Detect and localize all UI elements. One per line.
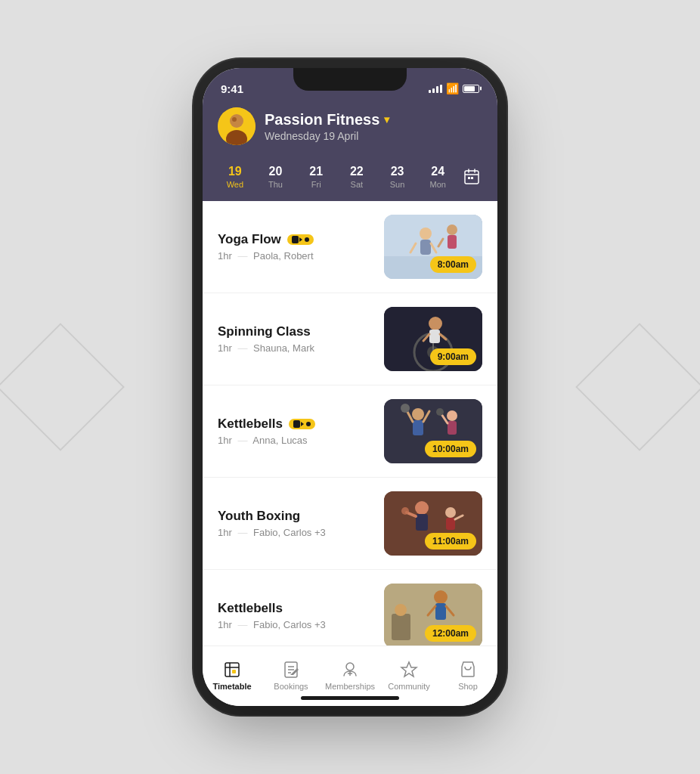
day-23[interactable]: 23 Sun (377, 165, 418, 189)
wifi-icon: 📶 (446, 82, 459, 94)
class-info-spinning: Spinning Class 1hr — Shauna, Mark (218, 324, 372, 354)
header-text: Passion Fitness ▾ Wednesday 19 April (265, 111, 482, 142)
time-badge-spinning: 9:00am (430, 348, 476, 365)
day-number-21: 21 (309, 165, 323, 178)
day-21[interactable]: 21 Fri (296, 165, 336, 189)
class-name-kettlebells-2: Kettlebells (218, 601, 372, 616)
svg-point-1 (230, 114, 243, 128)
home-indicator (301, 696, 399, 700)
svg-rect-44 (416, 514, 428, 531)
class-name-yoga: Yoga Flow (218, 232, 372, 247)
svg-rect-15 (420, 240, 431, 255)
battery-icon (463, 85, 479, 93)
class-item-spinning[interactable]: Spinning Class 1hr — Shauna, Mark (203, 293, 497, 385)
svg-rect-57 (225, 663, 239, 676)
svg-point-36 (401, 404, 410, 413)
video-badge-kettlebells (289, 419, 315, 429)
nav-item-bookings[interactable]: Bookings (262, 655, 321, 691)
nav-item-timetable[interactable]: Timetable (203, 655, 262, 691)
svg-point-3 (232, 117, 237, 122)
calendar-icon (463, 168, 481, 186)
svg-point-38 (447, 410, 457, 421)
class-thumb-yoga: 8:00am (384, 215, 482, 279)
svg-point-14 (420, 228, 432, 240)
day-label-thu: Thu (268, 180, 283, 189)
diamond-decoration-left (0, 323, 125, 451)
gym-name[interactable]: Passion Fitness ▾ (265, 111, 482, 128)
nav-label-shop: Shop (458, 682, 478, 691)
nav-label-timetable: Timetable (212, 682, 251, 691)
phone-shell: 9:41 📶 (203, 68, 497, 706)
svg-rect-39 (448, 421, 457, 435)
video-badge-yoga (287, 234, 314, 245)
nav-item-shop[interactable]: Shop (438, 655, 497, 691)
chevron-down-icon: ▾ (384, 113, 389, 125)
video-icon (292, 236, 302, 243)
svg-rect-30 (293, 420, 300, 428)
day-number-20: 20 (269, 165, 283, 178)
class-name-spinning: Spinning Class (218, 324, 372, 339)
class-thumb-kettlebells: 10:00am (384, 399, 482, 463)
day-number-19: 19 (228, 165, 242, 178)
svg-point-43 (415, 501, 429, 515)
class-info-youth-boxing: Youth Boxing 1hr — Fabio, Carlos +3 (218, 509, 372, 538)
class-thumb-spinning: 9:00am (384, 307, 482, 371)
class-item-yoga-flow[interactable]: Yoga Flow 1hr — Paola, Robert (203, 201, 497, 293)
svg-rect-8 (468, 177, 470, 179)
class-name-kettlebells: Kettlebells (218, 416, 372, 432)
time-badge-youth-boxing: 11:00am (425, 533, 476, 550)
day-label-fri: Fri (311, 180, 321, 189)
class-details-spinning: 1hr — Shauna, Mark (218, 342, 372, 354)
svg-point-52 (395, 604, 407, 616)
svg-rect-48 (446, 518, 455, 530)
classes-list: Yoga Flow 1hr — Paola, Robert (203, 201, 497, 646)
svg-marker-68 (401, 662, 417, 676)
class-details-kettlebells: 1hr — Anna, Lucas (218, 435, 372, 446)
timetable-icon (223, 661, 241, 679)
class-thumb-kettlebells-2: 12:00am (384, 584, 482, 646)
nav-item-memberships[interactable]: Memberships (321, 655, 379, 691)
svg-point-18 (447, 224, 457, 235)
nav-label-memberships: Memberships (325, 682, 375, 691)
time-badge-yoga: 8:00am (430, 256, 476, 273)
class-details-youth-boxing: 1hr — Fabio, Carlos +3 (218, 527, 372, 538)
day-label-wed: Wed (227, 180, 243, 189)
svg-rect-54 (435, 603, 446, 620)
nav-label-community: Community (388, 682, 430, 691)
class-item-kettlebells[interactable]: Kettlebells 1hr — Anna, Lucas (203, 385, 497, 478)
svg-rect-51 (392, 614, 410, 640)
calendar-button[interactable] (458, 163, 485, 190)
day-number-23: 23 (391, 165, 404, 178)
svg-rect-9 (471, 177, 473, 179)
class-info-kettlebells-2: Kettlebells 1hr — Fabio, Carlos +3 (218, 601, 372, 630)
class-thumb-youth-boxing: 11:00am (384, 491, 482, 556)
day-22[interactable]: 22 Sat (336, 165, 377, 189)
svg-rect-27 (429, 330, 440, 343)
day-20[interactable]: 20 Thu (256, 165, 296, 189)
page-background: 9:41 📶 (0, 0, 700, 774)
day-label-sun: Sun (390, 180, 405, 189)
class-details-kettlebells-2: 1hr — Fabio, Carlos +3 (218, 619, 372, 630)
day-24[interactable]: 24 Mon (417, 165, 458, 189)
day-19[interactable]: 19 Wed (215, 165, 256, 189)
shop-icon (459, 661, 477, 679)
community-icon (400, 661, 418, 679)
class-item-kettlebells-2[interactable]: Kettlebells 1hr — Fabio, Carlos +3 (203, 570, 497, 646)
svg-point-33 (412, 408, 424, 420)
svg-rect-19 (448, 235, 457, 249)
signal-icon (429, 85, 442, 93)
class-item-youth-boxing[interactable]: Youth Boxing 1hr — Fabio, Carlos +3 (203, 478, 497, 570)
day-number-22: 22 (350, 165, 364, 178)
svg-point-53 (434, 590, 448, 604)
nav-label-bookings: Bookings (274, 682, 308, 691)
time-badge-kettlebells-2: 12:00am (425, 625, 476, 642)
nav-item-community[interactable]: Community (379, 655, 438, 691)
bookings-icon (282, 661, 300, 679)
svg-rect-34 (413, 420, 423, 435)
avatar (218, 107, 256, 145)
svg-point-47 (445, 507, 456, 518)
day-selector: 19 Wed 20 Thu 21 Fri 22 Sat 23 Sun 24 Mo… (203, 156, 497, 201)
svg-rect-60 (232, 670, 236, 673)
svg-point-46 (401, 507, 409, 515)
gym-header: Passion Fitness ▾ Wednesday 19 April (203, 101, 497, 156)
